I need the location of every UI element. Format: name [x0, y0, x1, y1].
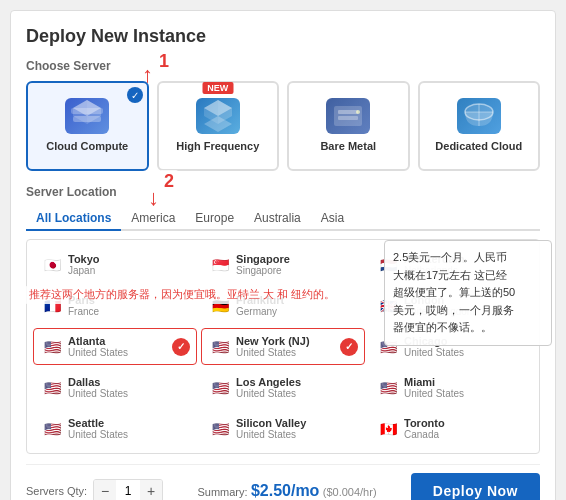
bottom-bar: Servers Qty: − + Summary: $2.50/mo ($0.0… [26, 464, 540, 500]
country-name: United States [68, 429, 128, 440]
flag-icon: 🇺🇸 [210, 381, 230, 395]
flag-icon: 🇨🇦 [378, 422, 398, 436]
svg-marker-8 [204, 116, 232, 132]
location-item[interactable]: 🇯🇵 Tokyo Japan [33, 246, 197, 283]
flag-icon: 🇺🇸 [42, 422, 62, 436]
city-name: Miami [404, 376, 464, 388]
location-text: New York (NJ) United States [236, 335, 310, 358]
deploy-now-button[interactable]: Deploy Now [411, 473, 540, 500]
tab-australia[interactable]: Australia [244, 207, 311, 231]
flag-icon: 🇺🇸 [210, 340, 230, 354]
new-badge: NEW [202, 82, 233, 94]
side-annotation: 2.5美元一个月。人民币大概在17元左右 这已经超级便宜了。算上送的50美元，哎… [384, 240, 552, 346]
choose-server-label: Choose Server [26, 59, 540, 73]
location-item[interactable]: 🇺🇸 Los Angeles United States [201, 369, 365, 406]
location-item[interactable]: 🇸🇬 Singapore Singapore [201, 246, 365, 283]
location-text: Los Angeles United States [236, 376, 301, 399]
city-name: New York (NJ) [236, 335, 310, 347]
location-text: Silicon Valley United States [236, 417, 306, 440]
location-text: Dallas United States [68, 376, 128, 399]
country-name: United States [68, 347, 128, 358]
location-item[interactable]: 🇺🇸 New York (NJ) United States ✓ [201, 328, 365, 365]
country-name: Canada [404, 429, 445, 440]
summary-per-hr: ($0.004/hr) [323, 486, 377, 498]
country-name: United States [236, 429, 306, 440]
qty-decrease-button[interactable]: − [94, 480, 116, 500]
qty-input[interactable] [116, 484, 140, 498]
country-name: United States [236, 388, 301, 399]
location-text: Singapore Singapore [236, 253, 290, 276]
high-frequency-label: High Frequency [176, 140, 259, 153]
country-name: Singapore [236, 265, 290, 276]
server-types-row: ✓ Cloud Compute NEW [26, 81, 540, 171]
dedicated-cloud-label: Dedicated Cloud [435, 140, 522, 153]
city-name: Los Angeles [236, 376, 301, 388]
flag-icon: 🇯🇵 [42, 258, 62, 272]
location-item[interactable]: 🇺🇸 Dallas United States [33, 369, 197, 406]
location-item[interactable]: 🇨🇦 Toronto Canada [369, 410, 533, 447]
tab-america[interactable]: America [121, 207, 185, 231]
city-name: Seattle [68, 417, 128, 429]
cloud-compute-label: Cloud Compute [46, 140, 128, 153]
server-card-dedicated-cloud[interactable]: Dedicated Cloud [418, 81, 541, 171]
dedicated-cloud-icon [457, 98, 501, 134]
flag-icon: 🇺🇸 [210, 422, 230, 436]
country-name: United States [236, 347, 310, 358]
qty-section: Servers Qty: − + [26, 479, 163, 500]
location-tabs: All Locations America Europe Australia A… [26, 207, 540, 231]
location-text: Miami United States [404, 376, 464, 399]
selected-dot: ✓ [172, 338, 190, 356]
svg-point-12 [356, 110, 360, 114]
flag-icon: 🇸🇬 [210, 258, 230, 272]
city-name: Toronto [404, 417, 445, 429]
location-text: Toronto Canada [404, 417, 445, 440]
high-frequency-icon [196, 98, 240, 134]
server-card-high-frequency[interactable]: NEW High Frequency [157, 81, 280, 171]
tab-all-locations[interactable]: All Locations [26, 207, 121, 231]
location-text: Tokyo Japan [68, 253, 100, 276]
country-name: Japan [68, 265, 100, 276]
flag-icon: 🇺🇸 [42, 340, 62, 354]
country-name: United States [404, 388, 464, 399]
city-name: Tokyo [68, 253, 100, 265]
country-name: United States [404, 347, 464, 358]
summary-label: Summary: [197, 486, 247, 498]
country-name: United States [68, 388, 128, 399]
svg-rect-11 [338, 116, 358, 120]
location-item[interactable]: 🇺🇸 Miami United States [369, 369, 533, 406]
server-card-cloud-compute[interactable]: ✓ Cloud Compute [26, 81, 149, 171]
flag-icon: 🇺🇸 [378, 381, 398, 395]
bare-metal-icon [326, 98, 370, 134]
country-name: France [68, 306, 99, 317]
summary-section: Summary: $2.50/mo ($0.004/hr) [197, 482, 376, 500]
location-item[interactable]: 🇺🇸 Silicon Valley United States [201, 410, 365, 447]
tab-europe[interactable]: Europe [185, 207, 244, 231]
country-name: Germany [236, 306, 284, 317]
location-item[interactable]: 🇺🇸 Atlanta United States ✓ [33, 328, 197, 365]
qty-label: Servers Qty: [26, 485, 87, 497]
summary-price: $2.50/mo [251, 482, 319, 499]
city-name: Dallas [68, 376, 128, 388]
svg-rect-10 [338, 110, 358, 114]
annotation-red-text: 推荐这两个地方的服务器，因为便宜哦。亚特兰 大 和 纽约的。 [25, 286, 339, 304]
bare-metal-label: Bare Metal [320, 140, 376, 153]
city-name: Singapore [236, 253, 290, 265]
location-text: Atlanta United States [68, 335, 128, 358]
page-title: Deploy New Instance [26, 26, 540, 47]
qty-control: − + [93, 479, 163, 500]
selected-dot: ✓ [340, 338, 358, 356]
location-item[interactable]: 🇺🇸 Seattle United States [33, 410, 197, 447]
tab-asia[interactable]: Asia [311, 207, 354, 231]
selected-check: ✓ [127, 87, 143, 103]
server-location-label: Server Location [26, 185, 540, 199]
server-card-bare-metal[interactable]: Bare Metal [287, 81, 410, 171]
city-name: Silicon Valley [236, 417, 306, 429]
flag-icon: 🇺🇸 [42, 381, 62, 395]
city-name: Atlanta [68, 335, 128, 347]
cloud-compute-icon [65, 98, 109, 134]
location-text: Seattle United States [68, 417, 128, 440]
qty-increase-button[interactable]: + [140, 480, 162, 500]
